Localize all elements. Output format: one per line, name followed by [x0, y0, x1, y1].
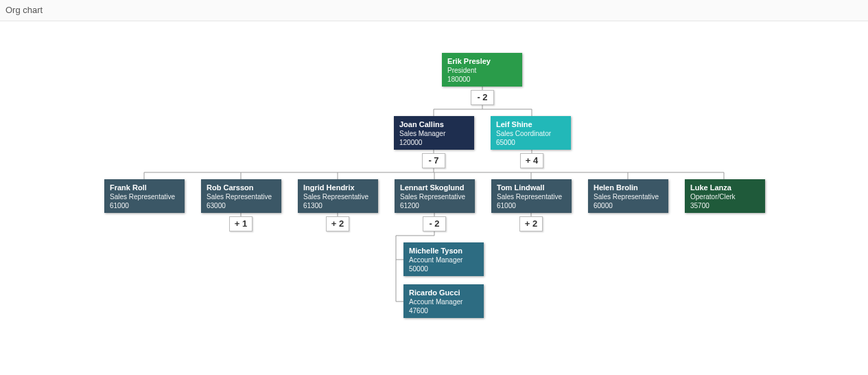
node-role: Sales Representative: [110, 192, 179, 201]
toggle-ingrid[interactable]: + 2: [326, 216, 349, 231]
node-name: Erik Presley: [447, 56, 517, 66]
node-value: 120000: [399, 138, 469, 147]
node-ingrid-hendrix[interactable]: Ingrid Hendrix Sales Representative 6130…: [298, 179, 378, 213]
toggle-rob[interactable]: + 1: [229, 216, 253, 231]
node-role: Sales Representative: [207, 192, 276, 201]
node-leif-shine[interactable]: Leif Shine Sales Coordinator 65000: [491, 116, 571, 150]
node-role: President: [447, 66, 517, 75]
node-joan-callins[interactable]: Joan Callins Sales Manager 120000: [394, 116, 474, 150]
node-erik-presley[interactable]: Erik Presley President 180000: [442, 53, 522, 87]
node-role: Sales Representative: [303, 192, 373, 201]
node-role: Sales Representative: [400, 192, 469, 201]
node-value: 63000: [207, 201, 276, 210]
node-tom-lindwall[interactable]: Tom Lindwall Sales Representative 61000: [491, 179, 572, 213]
node-name: Joan Callins: [399, 120, 469, 129]
toggle-erik[interactable]: - 2: [471, 90, 494, 105]
node-value: 61300: [303, 201, 373, 210]
node-ricardo-gucci[interactable]: Ricardo Gucci Account Manager 47600: [403, 284, 484, 318]
page-title: Org chart: [0, 0, 868, 21]
node-name: Leif Shine: [496, 120, 565, 129]
toggle-leif[interactable]: + 4: [520, 153, 543, 168]
toggle-lennart[interactable]: - 2: [423, 216, 446, 231]
node-value: 65000: [496, 138, 565, 147]
toggle-joan[interactable]: - 7: [422, 153, 445, 168]
node-role: Sales Representative: [594, 192, 663, 201]
node-role: Account Manager: [409, 255, 478, 264]
node-name: Lennart Skoglund: [400, 183, 469, 192]
node-value: 61200: [400, 201, 469, 210]
node-lennart-skoglund[interactable]: Lennart Skoglund Sales Representative 61…: [395, 179, 475, 213]
node-value: 35700: [690, 201, 760, 210]
node-rob-carsson[interactable]: Rob Carsson Sales Representative 63000: [201, 179, 281, 213]
node-name: Helen Brolin: [594, 183, 663, 192]
node-name: Frank Roll: [110, 183, 179, 192]
node-name: Michelle Tyson: [409, 246, 478, 255]
node-luke-lanza[interactable]: Luke Lanza Operator/Clerk 35700: [685, 179, 765, 213]
node-name: Tom Lindwall: [497, 183, 566, 192]
node-value: 50000: [409, 264, 478, 273]
node-michelle-tyson[interactable]: Michelle Tyson Account Manager 50000: [403, 242, 484, 276]
node-role: Sales Manager: [399, 129, 469, 138]
node-role: Sales Coordinator: [496, 129, 565, 138]
node-name: Ricardo Gucci: [409, 288, 478, 297]
node-value: 180000: [447, 75, 517, 84]
node-helen-brolin[interactable]: Helen Brolin Sales Representative 60000: [588, 179, 668, 213]
node-frank-roll[interactable]: Frank Roll Sales Representative 61000: [104, 179, 185, 213]
node-value: 61000: [497, 201, 566, 210]
node-role: Account Manager: [409, 297, 478, 306]
org-chart-canvas: Erik Presley President 180000 - 2 Joan C…: [0, 21, 868, 375]
node-name: Luke Lanza: [690, 183, 760, 192]
node-name: Ingrid Hendrix: [303, 183, 373, 192]
node-role: Sales Representative: [497, 192, 566, 201]
node-value: 47600: [409, 306, 478, 315]
node-name: Rob Carsson: [207, 183, 276, 192]
node-value: 60000: [594, 201, 663, 210]
node-role: Operator/Clerk: [690, 192, 760, 201]
node-value: 61000: [110, 201, 179, 210]
toggle-tom[interactable]: + 2: [519, 216, 543, 231]
